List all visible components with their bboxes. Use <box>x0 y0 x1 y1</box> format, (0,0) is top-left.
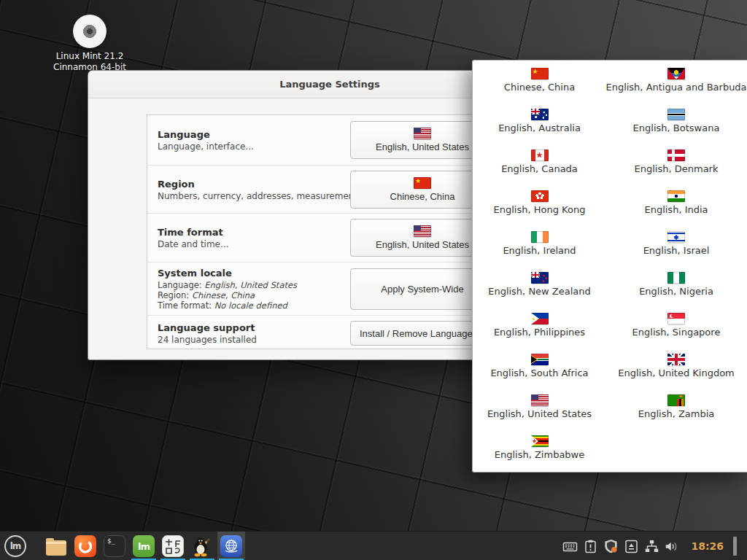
show-desktop-handle[interactable] <box>733 537 737 556</box>
language-option[interactable]: English, New Zealand <box>473 269 606 310</box>
system-locale-timeformat-line: Time format: No locale defined <box>158 300 297 311</box>
mint-welcome-icon: lm <box>133 535 155 557</box>
language-option[interactable]: English, Philippines <box>473 310 606 351</box>
zw-flag-icon <box>531 435 549 447</box>
network-icon[interactable] <box>644 539 659 554</box>
desktop-icon-linux-mint-iso[interactable]: Linux Mint 21.2 Cinnamon 64-bit <box>31 15 148 73</box>
window-title: Language Settings <box>279 79 380 90</box>
row-system-locale: System locale Language: English, United … <box>147 262 514 315</box>
language-option-label: English, Australia <box>498 122 581 133</box>
row-time-format-title: Time format <box>158 227 228 238</box>
system-locale-region-line: Region: Chinese, China <box>158 290 297 300</box>
taskbar-window-tux-paint[interactable] <box>188 532 216 560</box>
language-option-label: English, Hong Kong <box>494 204 586 215</box>
language-option-label: English, South Africa <box>490 368 588 378</box>
language-option[interactable]: English, Zimbabwe <box>473 432 606 472</box>
language-option-label: English, Canada <box>501 163 578 174</box>
time-format-picker-label: English, United States <box>376 239 469 250</box>
system-tray: 18:26 <box>562 532 737 560</box>
update-manager-icon[interactable] <box>583 539 598 554</box>
taskbar-window-input-method[interactable] <box>159 532 187 560</box>
row-language-title: Language <box>158 129 254 140</box>
launcher-firefox[interactable] <box>71 532 99 560</box>
disc-icon <box>73 15 107 48</box>
nz-flag-icon <box>531 272 549 284</box>
language-option-label: English, Singapore <box>632 327 721 338</box>
row-system-locale-title: System locale <box>158 268 297 279</box>
ng-flag-icon <box>667 272 685 284</box>
keyboard-layout-icon[interactable] <box>562 539 578 554</box>
row-language-support-subtitle: 24 languages installed <box>158 334 257 344</box>
launcher-files[interactable] <box>42 532 70 560</box>
apply-system-wide-label: Apply System-Wide <box>381 284 463 295</box>
desktop-icon-label-line1: Linux Mint 21.2 <box>31 51 148 62</box>
language-option[interactable]: English, Canada <box>473 147 606 187</box>
language-option[interactable]: English, Ireland <box>473 228 606 269</box>
volume-icon[interactable] <box>665 539 680 554</box>
language-option[interactable]: English, Singapore <box>606 310 746 351</box>
language-option[interactable]: English, Botswana <box>606 106 746 147</box>
taskbar-clock[interactable]: 18:26 <box>691 540 724 552</box>
ag-flag-icon <box>667 68 685 79</box>
china-flag-icon <box>414 177 431 189</box>
language-option-label: English, United States <box>487 408 592 419</box>
taskbar-window-language-settings[interactable] <box>217 532 245 560</box>
language-option[interactable]: English, Zambia <box>606 392 746 432</box>
language-option[interactable]: English, United States <box>473 392 606 432</box>
folder-icon <box>46 540 66 556</box>
za-flag-icon <box>531 354 549 365</box>
row-region-subtitle: Numbers, currency, addresses, measuremen… <box>158 190 366 201</box>
in-flag-icon <box>667 190 685 202</box>
row-language: Language Language, interface... English,… <box>147 115 514 165</box>
system-locale-language-line: Language: English, United States <box>158 280 297 290</box>
language-option-label: English, Zambia <box>638 408 715 419</box>
removable-media-icon[interactable] <box>624 539 639 554</box>
settings-panel: Language Language, interface... English,… <box>147 114 514 349</box>
language-option-label: English, United Kingdom <box>618 368 735 378</box>
zm-flag-icon <box>667 394 685 406</box>
language-option[interactable]: English, South Africa <box>473 351 606 392</box>
gb-flag-icon <box>667 354 685 365</box>
language-option[interactable]: English, Antigua and Barbuda <box>606 65 746 106</box>
row-language-support: Language support 24 languages installed … <box>147 315 514 350</box>
language-option[interactable]: English, Nigeria <box>606 269 746 310</box>
bw-flag-icon <box>667 109 685 120</box>
row-region-title: Region <box>158 178 366 189</box>
desktop-screen: Linux Mint 21.2 Cinnamon 64-bit Language… <box>0 0 747 560</box>
us-flag-icon <box>414 128 431 139</box>
language-option-label: Chinese, China <box>504 82 575 93</box>
il-flag-icon <box>667 231 685 243</box>
language-option-label: English, Nigeria <box>639 286 713 297</box>
language-option[interactable]: English, United Kingdom <box>606 351 746 392</box>
language-option[interactable]: English, Denmark <box>606 147 746 187</box>
mint-logo-icon: lm <box>10 541 21 551</box>
launcher-terminal[interactable]: $_ <box>101 532 128 560</box>
language-option-label: English, Zimbabwe <box>495 449 585 460</box>
au-flag-icon <box>531 109 549 120</box>
us-flag-icon <box>531 394 549 406</box>
dk-flag-icon <box>667 149 685 161</box>
language-grid: Chinese, ChinaEnglish, Antigua and Barbu… <box>473 61 747 472</box>
language-option[interactable]: English, Israel <box>606 228 746 269</box>
language-option[interactable]: Chinese, China <box>473 65 606 106</box>
tux-penguin-icon <box>191 535 213 557</box>
hk-flag-icon <box>531 190 549 202</box>
language-option-label: English, India <box>644 204 708 215</box>
language-list-popup: Chinese, ChinaEnglish, Antigua and Barbu… <box>472 60 747 472</box>
language-option[interactable]: English, India <box>606 187 746 228</box>
region-picker-label: Chinese, China <box>390 191 455 202</box>
locale-globe-icon <box>220 535 242 557</box>
mint-menu-button[interactable]: lm <box>4 535 26 557</box>
row-time-format: Time format Date and time... English, Un… <box>147 213 514 262</box>
language-option[interactable]: English, Australia <box>473 106 606 147</box>
firewall-shield-icon[interactable] <box>603 539 619 554</box>
ca-flag-icon <box>531 149 549 161</box>
taskbar-window-mint-welcome[interactable]: lm <box>130 532 158 560</box>
language-option[interactable]: English, Hong Kong <box>473 187 606 228</box>
language-picker-label: English, United States <box>376 141 469 152</box>
row-time-format-subtitle: Date and time... <box>158 239 228 249</box>
row-region: Region Numbers, currency, addresses, mea… <box>147 165 514 213</box>
install-remove-languages-label: Install / Remove Languages... <box>360 328 485 339</box>
cn-flag-icon <box>531 68 549 79</box>
language-option-label: English, Israel <box>643 245 710 256</box>
